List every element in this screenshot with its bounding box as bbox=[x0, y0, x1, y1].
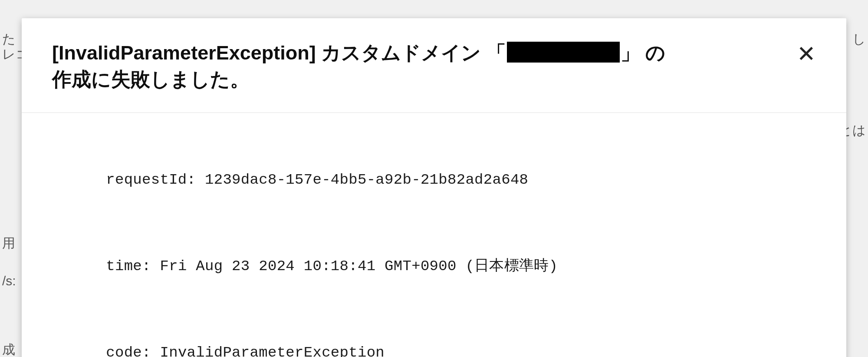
request-id-value: 1239dac8-157e-4bb5-a92b-21b82ad2a648 bbox=[205, 172, 528, 188]
title-text-c: 作成に失敗しました。 bbox=[52, 68, 250, 90]
code-label: code: bbox=[106, 344, 151, 357]
title-text-a: カスタムドメイン 「 bbox=[321, 42, 506, 64]
background-fragment: し bbox=[852, 30, 866, 48]
time-line: time: Fri Aug 23 2024 10:18:41 GMT+0900 … bbox=[52, 223, 816, 309]
error-code-prefix: [InvalidParameterException] bbox=[52, 42, 321, 64]
close-button[interactable]: ✕ bbox=[797, 40, 816, 65]
background-fragment: 用 bbox=[2, 235, 15, 252]
code-value: InvalidParameterException bbox=[160, 344, 385, 357]
code-line: code: InvalidParameterException bbox=[52, 309, 816, 357]
background-fragment: /s: bbox=[2, 274, 16, 288]
title-text-b: 」 の bbox=[621, 42, 666, 64]
redacted-domain bbox=[507, 42, 620, 63]
dialog-title: [InvalidParameterException] カスタムドメイン 「」 … bbox=[52, 40, 797, 93]
dialog-header: [InvalidParameterException] カスタムドメイン 「」 … bbox=[22, 18, 846, 113]
bg-create-text: 成 bbox=[2, 342, 15, 357]
dialog-body: requestId: 1239dac8-157e-4bb5-a92b-21b82… bbox=[22, 113, 846, 357]
time-value: Fri Aug 23 2024 10:18:41 GMT+0900 (日本標準時… bbox=[160, 258, 558, 274]
time-label: time: bbox=[106, 258, 151, 274]
request-id-line: requestId: 1239dac8-157e-4bb5-a92b-21b82… bbox=[52, 137, 816, 223]
error-dialog: [InvalidParameterException] カスタムドメイン 「」 … bbox=[22, 18, 846, 357]
request-id-label: requestId: bbox=[106, 172, 196, 188]
close-icon: ✕ bbox=[797, 41, 816, 66]
